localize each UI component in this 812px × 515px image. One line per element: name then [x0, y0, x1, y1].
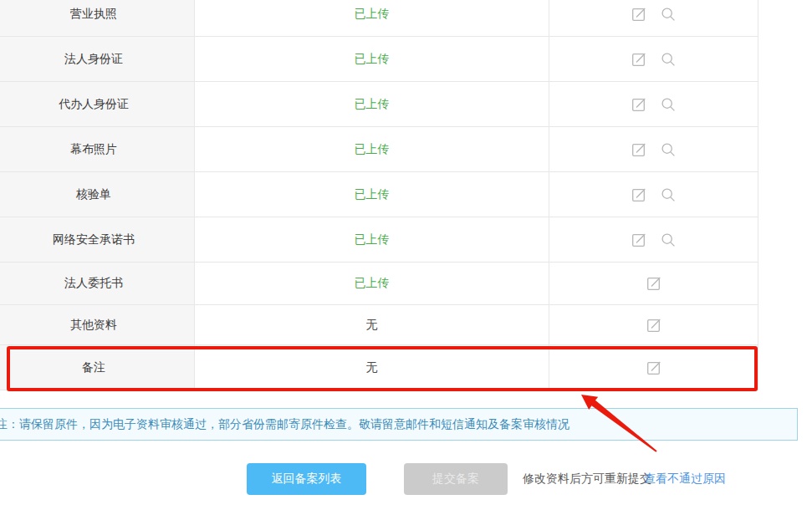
table-row: 核验单已上传 — [0, 172, 758, 217]
back-to-filing-list-button[interactable]: 返回备案列表 — [247, 463, 366, 495]
footer-actions: 返回备案列表 提交备案 修改资料后方可重新提交 查看不通过原因 — [0, 463, 812, 495]
document-type-label: 幕布照片 — [70, 142, 117, 157]
actions-cell — [549, 0, 758, 36]
document-type-label: 法人身份证 — [64, 52, 123, 67]
status-cell: 已上传 — [195, 0, 549, 36]
document-type-cell: 网络安全承诺书 — [0, 217, 195, 262]
search-icon[interactable] — [660, 232, 677, 248]
table-row: 营业执照已上传 — [0, 0, 758, 37]
actions-cell — [549, 172, 758, 217]
table-row: 其他资料无 — [0, 305, 758, 345]
table-row: 法人委托书已上传 — [0, 263, 758, 305]
status-cell: 已上传 — [195, 263, 549, 304]
document-type-cell: 法人身份证 — [0, 37, 195, 81]
document-type-cell: 代办人身份证 — [0, 82, 195, 126]
resubmit-hint-text: 修改资料后方可重新提交 — [523, 463, 651, 495]
documents-table: 营业执照已上传法人身份证已上传代办人身份证已上传幕布照片已上传核验单已上传网络安… — [0, 0, 758, 390]
view-rejection-reason-link[interactable]: 查看不通过原因 — [644, 463, 726, 495]
actions-cell — [549, 37, 758, 81]
status-text: 已上传 — [355, 142, 390, 157]
document-type-cell: 营业执照 — [0, 0, 195, 36]
document-type-cell: 幕布照片 — [0, 127, 195, 171]
edit-icon[interactable] — [631, 6, 647, 23]
status-text: 已上传 — [355, 7, 390, 22]
search-icon[interactable] — [660, 96, 677, 113]
table-row: 备注无 — [0, 345, 758, 390]
search-icon[interactable] — [660, 6, 677, 23]
document-type-label: 备注 — [82, 360, 105, 375]
edit-icon[interactable] — [631, 141, 647, 158]
document-type-label: 营业执照 — [70, 7, 117, 22]
edit-icon[interactable] — [631, 232, 647, 248]
edit-icon[interactable] — [631, 186, 647, 203]
document-type-label: 代办人身份证 — [59, 97, 129, 112]
notice-text: 注：请保留原件，因为电子资料审核通过，部分省份需邮寄原件检查。敬请留意邮件和短信… — [0, 417, 569, 432]
search-icon[interactable] — [660, 141, 677, 158]
edit-icon[interactable] — [646, 317, 662, 334]
status-text: 已上传 — [355, 232, 390, 247]
icp-filing-page: 营业执照已上传法人身份证已上传代办人身份证已上传幕布照片已上传核验单已上传网络安… — [0, 0, 812, 515]
status-cell: 已上传 — [195, 172, 549, 217]
status-text: 无 — [366, 318, 378, 333]
submit-filing-button[interactable]: 提交备案 — [404, 463, 508, 495]
document-type-label: 核验单 — [76, 187, 111, 202]
status-cell: 已上传 — [195, 217, 549, 262]
document-type-cell: 其他资料 — [0, 305, 195, 344]
status-cell: 无 — [195, 345, 549, 390]
edit-icon[interactable] — [631, 96, 647, 113]
table-row: 网络安全承诺书已上传 — [0, 217, 758, 263]
status-text: 已上传 — [355, 52, 390, 67]
document-type-label: 网络安全承诺书 — [53, 232, 135, 247]
notice-bar: 注：请保留原件，因为电子资料审核通过，部分省份需邮寄原件检查。敬请留意邮件和短信… — [0, 408, 798, 441]
actions-cell — [549, 82, 758, 126]
document-type-cell: 法人委托书 — [0, 263, 195, 304]
table-row: 代办人身份证已上传 — [0, 82, 758, 127]
document-type-label: 法人委托书 — [64, 276, 123, 291]
document-type-cell: 核验单 — [0, 172, 195, 217]
table-row: 幕布照片已上传 — [0, 127, 758, 172]
search-icon[interactable] — [660, 51, 677, 68]
status-text: 已上传 — [355, 276, 390, 291]
edit-icon[interactable] — [631, 51, 647, 68]
actions-cell — [549, 263, 758, 304]
edit-icon[interactable] — [646, 359, 662, 376]
actions-cell — [549, 127, 758, 171]
actions-cell — [549, 305, 758, 344]
search-icon[interactable] — [660, 186, 677, 203]
status-cell: 无 — [195, 305, 549, 344]
edit-icon[interactable] — [646, 275, 662, 292]
status-cell: 已上传 — [195, 82, 549, 126]
status-cell: 已上传 — [195, 127, 549, 171]
document-type-label: 其他资料 — [70, 318, 117, 333]
actions-cell — [549, 217, 758, 262]
actions-cell — [549, 345, 758, 390]
status-text: 已上传 — [355, 97, 390, 112]
status-text: 无 — [366, 360, 378, 375]
status-cell: 已上传 — [195, 37, 549, 81]
status-text: 已上传 — [355, 187, 390, 202]
document-type-cell: 备注 — [0, 345, 195, 390]
table-row: 法人身份证已上传 — [0, 37, 758, 82]
